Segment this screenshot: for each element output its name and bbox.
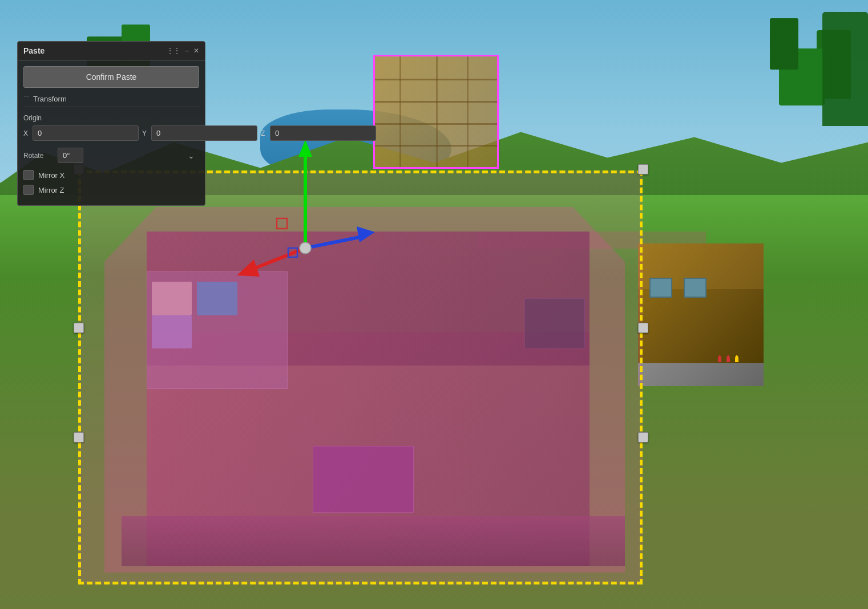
paste-panel: Paste ⋮⋮ – ✕ Confirm Paste ⌒ Transform O… — [17, 41, 205, 206]
z-input[interactable] — [270, 125, 376, 141]
coord-row: X Y Z — [23, 125, 199, 141]
x-axis-label: X — [23, 129, 29, 137]
magenta-preview-box — [373, 55, 499, 169]
z-axis-label: Z — [261, 129, 267, 137]
transform-section-header: ⌒ Transform — [23, 95, 199, 107]
rotate-select-wrapper: 0° 90° 180° 270° — [58, 148, 199, 163]
corner-handle-bl — [74, 432, 84, 442]
y-axis-label: Y — [142, 129, 148, 137]
panel-minimize-button[interactable]: – — [185, 47, 189, 54]
mirror-x-checkbox[interactable] — [23, 170, 34, 180]
panel-header: Paste ⋮⋮ – ✕ — [18, 42, 205, 60]
rotate-select[interactable]: 0° 90° 180° 270° — [58, 148, 83, 163]
panel-title: Paste — [23, 46, 45, 55]
mirror-x-label: Mirror X — [38, 171, 64, 180]
mirror-z-label: Mirror Z — [38, 186, 64, 194]
panel-controls: ⋮⋮ – ✕ — [167, 47, 199, 54]
corner-handle-br — [638, 432, 648, 442]
transform-label: Transform — [33, 95, 67, 103]
corner-handle-ml — [74, 323, 84, 333]
structure-blocks — [122, 232, 625, 566]
cabin-structure — [638, 243, 764, 386]
panel-close-button[interactable]: ✕ — [193, 47, 199, 54]
panel-body: Confirm Paste ⌒ Transform Origin X Y Z R… — [18, 60, 205, 205]
corner-handle-tr — [638, 164, 648, 174]
tree-far-right3 — [770, 18, 798, 70]
rotate-label: Rotate — [23, 152, 52, 160]
corner-handle-mr — [638, 323, 648, 333]
y-input[interactable] — [151, 125, 257, 141]
panel-drag-icon[interactable]: ⋮⋮ — [167, 47, 180, 54]
origin-group: Origin X Y Z — [23, 114, 199, 141]
mirror-x-row: Mirror X — [23, 170, 199, 180]
confirm-paste-button[interactable]: Confirm Paste — [23, 66, 199, 88]
x-input[interactable] — [33, 125, 139, 141]
trees-right-edge — [822, 12, 868, 126]
mirror-z-row: Mirror Z — [23, 185, 199, 195]
transform-icon: ⌒ — [23, 95, 30, 103]
rotate-row: Rotate 0° 90° 180° 270° — [23, 148, 199, 163]
origin-label: Origin — [23, 114, 199, 122]
mirror-z-checkbox[interactable] — [23, 185, 34, 195]
